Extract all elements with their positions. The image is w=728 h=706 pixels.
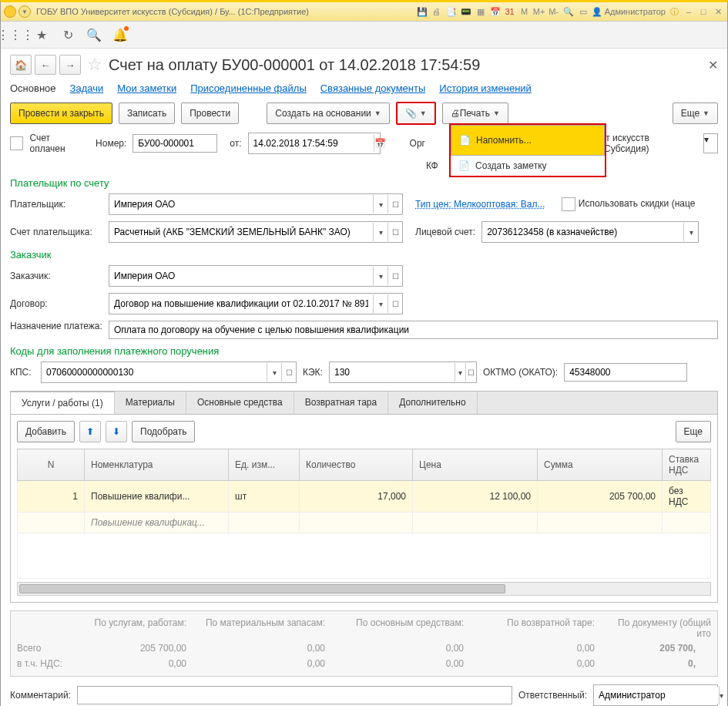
tab-returnable[interactable]: Возвратная тара [294, 392, 389, 414]
price-type-link[interactable]: Тип цен: Мелкооптовая: Вал... [415, 199, 545, 210]
m-minus-icon[interactable]: M- [548, 5, 560, 18]
apps-icon[interactable]: ⋮⋮⋮ [8, 28, 22, 42]
date-icon[interactable]: 31 [504, 5, 516, 18]
user-info[interactable]: 👤 Администратор [592, 7, 666, 17]
h-scrollbar[interactable] [17, 582, 711, 596]
number-label: Номер: [96, 138, 126, 149]
customer-select[interactable]: ▾☐ [109, 265, 403, 287]
tab-history[interactable]: История изменений [439, 82, 532, 94]
m-icon[interactable]: M [518, 5, 531, 18]
ls-select[interactable]: ▾ [481, 221, 699, 243]
tab-notes[interactable]: Мои заметки [117, 82, 176, 94]
total-label: Всего [17, 643, 71, 654]
comment-input[interactable] [77, 686, 512, 704]
calendar-icon[interactable]: 📅 [489, 5, 502, 18]
info-icon[interactable]: ⓘ [668, 5, 680, 18]
forward-button[interactable]: → [59, 55, 81, 75]
col-sum[interactable]: Сумма [538, 449, 663, 481]
responsible-select[interactable]: ▾ [593, 684, 718, 706]
col-unit[interactable]: Ед. изм... [229, 449, 300, 481]
move-up-button[interactable]: ⬆ [79, 421, 101, 442]
pick-button[interactable]: Подобрать [132, 421, 195, 442]
note-icon: 📄 [458, 160, 469, 171]
paid-label: Счет оплачен [29, 133, 86, 154]
number-input[interactable] [133, 134, 217, 153]
oktmo-input[interactable] [564, 363, 687, 382]
org-dropdown-icon[interactable]: ▾ [703, 133, 718, 153]
tab-fixed[interactable]: Основные средства [186, 392, 294, 414]
col-qty[interactable]: Количество [300, 449, 413, 481]
close-tab-icon[interactable]: ✕ [708, 58, 718, 72]
layout-icon[interactable]: ▭ [577, 5, 589, 18]
minimize-icon[interactable]: – [683, 5, 695, 18]
save-button[interactable]: Записать [119, 103, 175, 124]
section-customer: Заказчик [10, 249, 718, 261]
kps-label: КПС: [10, 367, 35, 378]
paid-checkbox[interactable] [10, 136, 23, 150]
home-button[interactable]: 🏠 [10, 55, 32, 75]
kps-select[interactable]: ▾☐ [41, 361, 297, 383]
purpose-input[interactable] [109, 321, 718, 339]
contract-select[interactable]: ▾☐ [109, 293, 403, 314]
tab-services[interactable]: Услуги / работы (1) [11, 392, 115, 414]
search-icon[interactable]: 🔍 [87, 28, 101, 42]
table-row[interactable]: 1 Повышение квалифи... шт 17,000 12 100,… [18, 481, 711, 513]
tab-files[interactable]: Присоединенные файлы [190, 82, 307, 94]
main-toolbar: ⋮⋮⋮ ★ ↻ 🔍 🔔 [1, 22, 727, 49]
remind-icon: 📄 [459, 135, 470, 146]
payer-label: Плательщик: [10, 199, 102, 210]
star-icon[interactable]: ☆ [87, 55, 102, 75]
post-close-button[interactable]: Провести и закрыть [10, 103, 112, 124]
tab-main[interactable]: Основное [10, 82, 56, 94]
compare-icon[interactable]: 📑 [445, 5, 458, 18]
calc-icon[interactable]: 📟 [460, 5, 472, 18]
zoom-icon[interactable]: 🔍 [562, 5, 575, 18]
comment-label: Комментарий: [10, 690, 71, 701]
history-icon[interactable]: ↻ [61, 28, 75, 42]
m-plus-icon[interactable]: M+ [533, 5, 545, 18]
payer-select[interactable]: ▾☐ [109, 193, 403, 215]
tab-extra[interactable]: Дополнительно [388, 392, 477, 414]
kek-select[interactable]: ▾☐ [329, 361, 477, 383]
tab-tasks[interactable]: Задачи [70, 82, 104, 94]
contract-label: Договор: [10, 298, 102, 309]
col-nom[interactable]: Номенклатура [85, 449, 229, 481]
save-icon[interactable]: 💾 [416, 5, 428, 18]
col-price[interactable]: Цена [413, 449, 538, 481]
app-menu-dropdown[interactable]: ▼ [18, 5, 31, 18]
favorite-icon[interactable]: ★ [35, 28, 49, 42]
col-n[interactable]: N [18, 449, 85, 481]
table-row-sub[interactable]: Повышение квалификац... [18, 513, 711, 533]
date-input[interactable]: 📅 [248, 133, 381, 154]
oktmo-label: ОКТМО (ОКАТО): [483, 367, 558, 378]
remind-menu-item[interactable]: 📄Напомнить... [451, 125, 605, 156]
col-vat[interactable]: Ставка НДС [663, 449, 711, 481]
close-window-icon[interactable]: ✕ [712, 5, 724, 18]
attach-button[interactable]: 📎▼ [396, 102, 436, 125]
kfo-label: КФ [426, 160, 438, 171]
post-button[interactable]: Провести [181, 103, 239, 124]
calendar-picker-icon[interactable]: 📅 [374, 135, 386, 152]
maximize-icon[interactable]: □ [697, 5, 710, 18]
move-down-button[interactable]: ⬇ [106, 421, 127, 442]
tab-linked[interactable]: Связанные документы [320, 82, 426, 94]
tab-materials[interactable]: Материалы [115, 392, 186, 414]
customer-label: Заказчик: [10, 271, 102, 281]
create-based-button[interactable]: Создать на основании▼ [267, 103, 389, 124]
print-button[interactable]: 🖨 Печать▼ [442, 103, 508, 124]
notifications-icon[interactable]: 🔔 [113, 28, 127, 42]
discount-checkbox[interactable] [562, 197, 575, 211]
payer-acc-select[interactable]: ▾☐ [109, 221, 403, 243]
more-button[interactable]: Еще▼ [673, 103, 718, 124]
section-codes: Коды для заполнения платежного поручения [10, 345, 718, 357]
section-payer: Плательщик по счету [10, 177, 718, 189]
vat-label: в т.ч. НДС: [17, 658, 71, 669]
from-label: от: [230, 138, 241, 149]
add-row-button[interactable]: Добавить [17, 421, 75, 442]
print-icon[interactable]: 🖨 [431, 5, 443, 18]
grid-icon[interactable]: ▦ [475, 5, 487, 18]
back-button[interactable]: ← [35, 55, 56, 75]
table-more-button[interactable]: Еще [676, 421, 711, 442]
discount-label: Использовать скидки (наце [579, 198, 696, 209]
create-note-menu-item[interactable]: 📄Создать заметку [451, 156, 605, 176]
